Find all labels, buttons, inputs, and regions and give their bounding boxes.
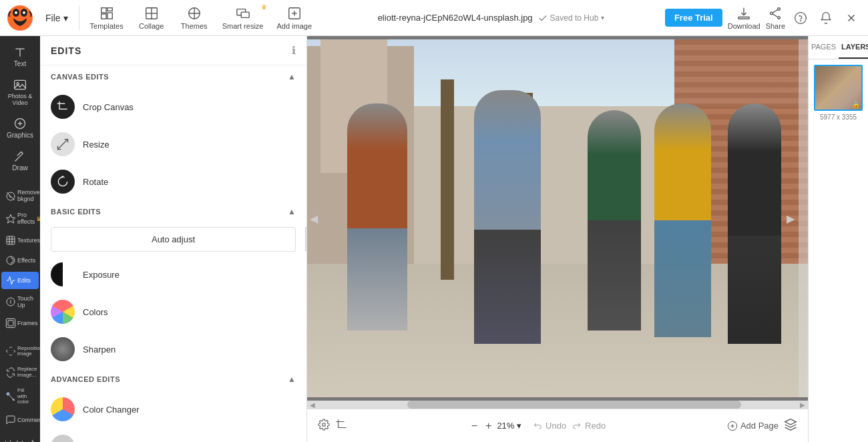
sidebar-item-frames[interactable]: Frames	[1, 314, 39, 332]
collage-label: Collage	[139, 22, 164, 30]
sidebar-item-fill-with-color[interactable]: Fill with color	[1, 385, 39, 409]
tab-layers[interactable]: LAYERS	[839, 36, 868, 59]
sidebar-item-comments[interactable]: Comments	[1, 411, 39, 429]
edit-item-sharpen[interactable]: Sharpen	[40, 330, 306, 368]
sidebar-item-graphics[interactable]: Graphics	[3, 113, 37, 143]
basic-edits-title: BASIC EDITS	[51, 208, 101, 216]
add-image-label: Add image	[276, 22, 312, 30]
svg-rect-34	[6, 318, 15, 327]
person-2	[474, 90, 541, 344]
svg-rect-31	[7, 236, 15, 244]
svg-point-39	[322, 423, 326, 427]
download-button[interactable]: Download	[728, 6, 761, 30]
file-menu[interactable]: File ▾	[40, 10, 73, 26]
canvas-scroll-left-icon[interactable]: ◀	[310, 212, 318, 225]
app-logo[interactable]	[7, 5, 33, 31]
basic-edits-section-header[interactable]: BASIC EDITS ▲	[40, 200, 306, 223]
edit-item-resize[interactable]: Resize	[40, 126, 306, 163]
free-trial-button[interactable]: Free Trial	[665, 9, 722, 27]
saved-label: Saved to Hub	[550, 13, 599, 23]
close-button[interactable]	[841, 8, 861, 28]
triangle-icon[interactable]: ▲	[29, 437, 37, 442]
file-chevron-icon: ▾	[63, 13, 68, 23]
redo-button[interactable]: Redo	[572, 421, 606, 431]
color-changer-icon	[51, 397, 75, 421]
toolbar-item-themes[interactable]: Themes	[174, 3, 214, 33]
canvas-crop-button[interactable]	[335, 419, 347, 433]
info-icon[interactable]: ℹ	[292, 44, 296, 57]
edit-item-crop-canvas[interactable]: Crop Canvas	[40, 88, 306, 126]
canvas-bottom-bar: − + 21% ▾ Undo Redo	[307, 409, 808, 442]
canvas-main[interactable]: ◀ ▶	[307, 36, 808, 401]
toolbar-items: Templates Collage Themes Smart resize ♛ …	[85, 3, 317, 33]
bottom-icons: ↩ ↪ ▲ ▶ 🗑	[3, 431, 37, 442]
edit-item-exposure[interactable]: Exposure	[40, 256, 306, 293]
svg-rect-18	[738, 17, 750, 19]
exposure-icon	[51, 262, 75, 286]
toolbar-item-collage[interactable]: Collage	[132, 3, 172, 33]
redo-icon[interactable]: ↪	[16, 437, 25, 442]
sidebar-item-textures[interactable]: Textures	[1, 232, 39, 249]
svg-marker-43	[785, 419, 797, 424]
sidebar-item-text[interactable]: Text	[3, 41, 37, 71]
canvas-settings-button[interactable]	[318, 419, 330, 433]
file-label: File	[45, 13, 61, 23]
scroll-indicator	[799, 39, 808, 397]
scroll-right-arrow[interactable]: ▶	[800, 401, 805, 409]
toolbar-item-add-image[interactable]: Add image	[271, 3, 317, 33]
auto-adjust-button[interactable]: Auto adjust	[51, 227, 296, 252]
sidebar-item-replace-image[interactable]: Replace image...	[1, 363, 39, 382]
add-page-button[interactable]: Add Page	[727, 421, 779, 431]
templates-label: Templates	[90, 22, 124, 30]
edit-item-color-changer[interactable]: Color Changer	[40, 391, 306, 428]
share-label: Share	[766, 22, 785, 30]
notifications-button[interactable]	[816, 8, 836, 28]
canvas-bottom-center: − + 21% ▾ Undo Redo	[358, 419, 716, 433]
sidebar-item-edits[interactable]: Edits	[1, 272, 39, 289]
undo-redo-controls: Undo Redo	[532, 421, 606, 431]
sidebar-item-photos-video[interactable]: Photos & Video	[3, 74, 37, 110]
edit-item-clone[interactable]: Clone	[40, 428, 306, 442]
canvas-edits-chevron-icon: ▲	[288, 72, 296, 81]
person-1	[347, 103, 407, 330]
edits-header: EDITS ℹ	[40, 36, 306, 65]
canvas-scroll-right-icon[interactable]: ▶	[787, 212, 795, 225]
themes-label: Themes	[181, 22, 208, 30]
zoom-in-button[interactable]: +	[483, 419, 494, 433]
colors-label: Colors	[83, 307, 108, 317]
sidebar-item-touch-up[interactable]: Touch Up	[1, 292, 39, 312]
filename: eliott-reyna-jCEpN62oWL4-unsplash.jpg	[378, 13, 533, 23]
undo-icon[interactable]: ↩	[3, 437, 12, 442]
svg-marker-30	[6, 214, 15, 223]
canvas-edits-section-header[interactable]: CANVAS EDITS ▲	[40, 65, 306, 88]
advanced-edits-section-header[interactable]: ADVANCED EDITS ▲	[40, 368, 306, 391]
help-button[interactable]	[791, 8, 811, 28]
sidebar-item-remove-bkgnd[interactable]: Remove bkgnd ♛	[1, 186, 39, 206]
scroll-left-arrow[interactable]: ◀	[310, 401, 315, 409]
sidebar-item-reposition-image[interactable]: Reposition image	[1, 343, 39, 361]
image-dimensions: 5977 x 3355	[814, 114, 863, 121]
share-button[interactable]: Share	[766, 6, 785, 30]
edit-item-rotate[interactable]: Rotate	[40, 163, 306, 200]
sidebar-item-draw[interactable]: Draw	[3, 146, 37, 176]
tab-pages[interactable]: PAGES	[809, 36, 839, 59]
canvas-horizontal-scrollbar[interactable]: ◀ ▶	[307, 401, 808, 409]
smart-resize-label: Smart resize	[222, 22, 264, 30]
layers-button[interactable]	[784, 418, 797, 434]
saved-badge[interactable]: Saved to Hub ▾	[538, 13, 605, 23]
undo-button[interactable]: Undo	[532, 421, 566, 431]
zoom-level[interactable]: 21% ▾	[497, 421, 521, 431]
colors-icon	[51, 300, 75, 324]
edits-panel: EDITS ℹ ‹ CANVAS EDITS ▲ Crop Canvas	[40, 36, 307, 442]
toolbar-item-templates[interactable]: Templates	[85, 3, 129, 33]
sidebar-item-pro-effects[interactable]: Pro effects ♛	[1, 209, 39, 229]
canvas-edits-title: CANVAS EDITS	[51, 73, 109, 81]
scrollbar-thumb	[407, 401, 741, 409]
image-thumbnail[interactable]: 🔒	[814, 65, 863, 111]
edit-item-colors[interactable]: Colors	[40, 293, 306, 330]
svg-rect-6	[107, 7, 112, 11]
sidebar-item-effects[interactable]: Effects	[1, 252, 39, 269]
zoom-out-button[interactable]: −	[469, 419, 480, 433]
sharpen-icon	[51, 337, 75, 361]
svg-rect-7	[107, 13, 112, 19]
